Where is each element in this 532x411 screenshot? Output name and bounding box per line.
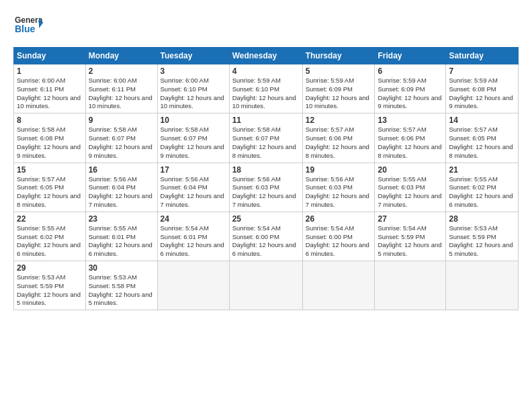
calendar-cell: 6Sunrise: 5:59 AMSunset: 6:09 PMDaylight… [375, 64, 446, 113]
day-number: 23 [89, 214, 154, 224]
day-number: 17 [161, 165, 226, 175]
day-info: Sunrise: 5:56 AMSunset: 6:04 PMDaylight:… [89, 175, 154, 210]
day-number: 29 [17, 263, 83, 273]
day-info: Sunrise: 5:55 AMSunset: 6:01 PMDaylight:… [89, 224, 154, 259]
svg-text:Blue: Blue [15, 24, 36, 34]
day-info: Sunrise: 5:53 AMSunset: 5:59 PMDaylight:… [449, 224, 515, 259]
col-header-thursday: Thursday [302, 48, 375, 64]
day-info: Sunrise: 5:53 AMSunset: 5:58 PMDaylight:… [89, 273, 154, 308]
day-number: 8 [17, 116, 83, 125]
day-info: Sunrise: 5:56 AMSunset: 6:03 PMDaylight:… [306, 175, 372, 210]
calendar-cell: 5Sunrise: 5:59 AMSunset: 6:09 PMDaylight… [302, 64, 375, 113]
day-info: Sunrise: 5:57 AMSunset: 6:05 PMDaylight:… [17, 175, 83, 210]
day-number: 10 [161, 116, 226, 125]
logo: General Blue [13, 11, 43, 40]
day-number: 12 [306, 116, 372, 125]
day-number: 24 [161, 214, 226, 224]
day-number: 1 [17, 66, 83, 76]
day-number: 18 [232, 165, 300, 175]
day-number: 14 [449, 116, 515, 125]
day-number: 21 [449, 165, 515, 175]
calendar-cell: 13Sunrise: 5:57 AMSunset: 6:06 PMDayligh… [375, 113, 446, 163]
day-info: Sunrise: 5:59 AMSunset: 6:09 PMDaylight:… [378, 77, 443, 111]
calendar-table: SundayMondayTuesdayWednesdayThursdayFrid… [13, 47, 519, 310]
day-number: 3 [161, 66, 226, 76]
week-row-4: 22Sunrise: 5:55 AMSunset: 6:02 PMDayligh… [14, 212, 519, 261]
calendar-cell: 18Sunrise: 5:56 AMSunset: 6:03 PMDayligh… [229, 163, 302, 212]
day-info: Sunrise: 5:54 AMSunset: 5:59 PMDaylight:… [378, 224, 443, 259]
day-number: 16 [89, 165, 154, 175]
day-info: Sunrise: 5:57 AMSunset: 6:06 PMDaylight:… [306, 126, 372, 160]
day-number: 22 [17, 214, 83, 224]
day-info: Sunrise: 5:58 AMSunset: 6:07 PMDaylight:… [161, 126, 226, 160]
calendar-cell: 25Sunrise: 5:54 AMSunset: 6:00 PMDayligh… [229, 212, 302, 261]
logo-svg: General Blue [13, 11, 43, 40]
day-info: Sunrise: 5:56 AMSunset: 6:03 PMDaylight:… [232, 175, 300, 210]
calendar-cell: 16Sunrise: 5:56 AMSunset: 6:04 PMDayligh… [85, 163, 157, 212]
calendar-cell: 23Sunrise: 5:55 AMSunset: 6:01 PMDayligh… [85, 212, 157, 261]
day-info: Sunrise: 5:54 AMSunset: 6:01 PMDaylight:… [161, 224, 226, 259]
calendar-cell: 4Sunrise: 5:59 AMSunset: 6:10 PMDaylight… [229, 64, 302, 113]
calendar-cell: 15Sunrise: 5:57 AMSunset: 6:05 PMDayligh… [14, 163, 86, 212]
calendar-cell: 22Sunrise: 5:55 AMSunset: 6:02 PMDayligh… [14, 212, 86, 261]
week-row-1: 1Sunrise: 6:00 AMSunset: 6:11 PMDaylight… [14, 64, 519, 113]
calendar-cell: 2Sunrise: 6:00 AMSunset: 6:11 PMDaylight… [85, 64, 157, 113]
calendar-cell: 29Sunrise: 5:53 AMSunset: 5:59 PMDayligh… [14, 261, 86, 310]
header-row: SundayMondayTuesdayWednesdayThursdayFrid… [14, 48, 519, 64]
calendar-cell [446, 261, 519, 310]
calendar-cell: 21Sunrise: 5:55 AMSunset: 6:02 PMDayligh… [446, 163, 519, 212]
day-number: 4 [232, 66, 300, 76]
calendar-cell [229, 261, 302, 310]
day-info: Sunrise: 5:59 AMSunset: 6:09 PMDaylight:… [306, 77, 372, 111]
day-number: 26 [306, 214, 372, 224]
day-info: Sunrise: 5:58 AMSunset: 6:08 PMDaylight:… [17, 126, 83, 160]
calendar-cell: 3Sunrise: 6:00 AMSunset: 6:10 PMDaylight… [157, 64, 229, 113]
day-info: Sunrise: 5:54 AMSunset: 6:00 PMDaylight:… [232, 224, 300, 259]
col-header-tuesday: Tuesday [157, 48, 229, 64]
calendar-cell [375, 261, 446, 310]
day-info: Sunrise: 5:59 AMSunset: 6:08 PMDaylight:… [449, 77, 515, 111]
day-info: Sunrise: 5:55 AMSunset: 6:03 PMDaylight:… [378, 175, 443, 210]
header: General Blue [13, 11, 519, 40]
col-header-saturday: Saturday [446, 48, 519, 64]
day-number: 6 [378, 66, 443, 76]
day-number: 13 [378, 116, 443, 125]
day-number: 28 [449, 214, 515, 224]
calendar-cell: 20Sunrise: 5:55 AMSunset: 6:03 PMDayligh… [375, 163, 446, 212]
calendar-cell: 27Sunrise: 5:54 AMSunset: 5:59 PMDayligh… [375, 212, 446, 261]
day-info: Sunrise: 6:00 AMSunset: 6:10 PMDaylight:… [161, 77, 226, 111]
day-number: 5 [306, 66, 372, 76]
calendar-cell: 24Sunrise: 5:54 AMSunset: 6:01 PMDayligh… [157, 212, 229, 261]
day-number: 9 [89, 116, 154, 125]
calendar-cell: 19Sunrise: 5:56 AMSunset: 6:03 PMDayligh… [302, 163, 375, 212]
calendar-cell: 26Sunrise: 5:54 AMSunset: 6:00 PMDayligh… [302, 212, 375, 261]
day-number: 19 [306, 165, 372, 175]
week-row-2: 8Sunrise: 5:58 AMSunset: 6:08 PMDaylight… [14, 113, 519, 163]
day-info: Sunrise: 5:53 AMSunset: 5:59 PMDaylight:… [17, 273, 83, 308]
day-info: Sunrise: 5:55 AMSunset: 6:02 PMDaylight:… [17, 224, 83, 259]
day-info: Sunrise: 5:57 AMSunset: 6:06 PMDaylight:… [378, 126, 443, 160]
calendar-cell: 11Sunrise: 5:58 AMSunset: 6:07 PMDayligh… [229, 113, 302, 163]
day-number: 30 [89, 263, 154, 273]
day-info: Sunrise: 5:57 AMSunset: 6:05 PMDaylight:… [449, 126, 515, 160]
calendar-cell: 8Sunrise: 5:58 AMSunset: 6:08 PMDaylight… [14, 113, 86, 163]
day-number: 7 [449, 66, 515, 76]
day-number: 25 [232, 214, 300, 224]
page: General Blue SundayMondayTuesdayWednesda… [0, 0, 532, 411]
day-number: 20 [378, 165, 443, 175]
calendar-cell: 28Sunrise: 5:53 AMSunset: 5:59 PMDayligh… [446, 212, 519, 261]
calendar-cell [302, 261, 375, 310]
col-header-sunday: Sunday [14, 48, 86, 64]
col-header-friday: Friday [375, 48, 446, 64]
day-info: Sunrise: 5:55 AMSunset: 6:02 PMDaylight:… [449, 175, 515, 210]
calendar-cell: 7Sunrise: 5:59 AMSunset: 6:08 PMDaylight… [446, 64, 519, 113]
day-info: Sunrise: 5:59 AMSunset: 6:10 PMDaylight:… [232, 77, 300, 111]
calendar-cell: 12Sunrise: 5:57 AMSunset: 6:06 PMDayligh… [302, 113, 375, 163]
day-info: Sunrise: 6:00 AMSunset: 6:11 PMDaylight:… [17, 77, 83, 111]
calendar-cell: 10Sunrise: 5:58 AMSunset: 6:07 PMDayligh… [157, 113, 229, 163]
day-number: 2 [89, 66, 154, 76]
day-info: Sunrise: 5:58 AMSunset: 6:07 PMDaylight:… [89, 126, 154, 160]
calendar-cell: 9Sunrise: 5:58 AMSunset: 6:07 PMDaylight… [85, 113, 157, 163]
day-info: Sunrise: 5:58 AMSunset: 6:07 PMDaylight:… [232, 126, 300, 160]
day-number: 11 [232, 116, 300, 125]
